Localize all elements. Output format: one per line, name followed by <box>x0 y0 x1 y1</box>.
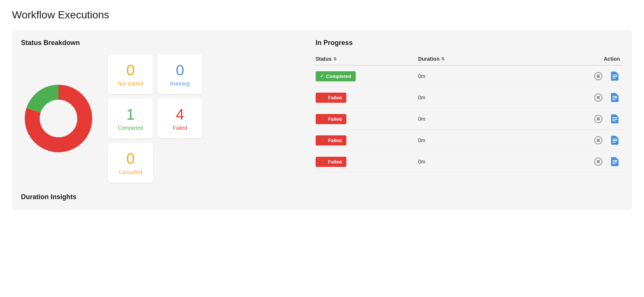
row2-actions <box>521 92 623 103</box>
row3-status-badge: ❗ Failed <box>316 114 347 124</box>
completed-label: Completed <box>117 125 144 131</box>
row2-stop-button[interactable] <box>593 92 604 103</box>
card-failed: 4 Failed <box>157 99 202 138</box>
col-status-sort-icon: ⇅ <box>333 57 337 62</box>
check-icon: ✓ <box>320 74 324 79</box>
card-completed: 1 Completed <box>108 99 153 138</box>
failed-label: Failed <box>166 125 193 131</box>
right-panel: In Progress Status ⇅ Duration ⇅ Action ✓… <box>316 39 623 201</box>
card-running: 0 Running <box>157 54 202 94</box>
col-duration[interactable]: Duration ⇅ <box>418 56 520 62</box>
row3-status-cell: ❗ Failed <box>316 114 418 124</box>
col-action-label: Action <box>604 56 620 62</box>
exclamation-icon: ❗ <box>320 138 326 143</box>
row4-status-badge: ❗ Failed <box>316 135 347 146</box>
row5-duration: 0m <box>418 159 520 165</box>
doc-icon <box>611 72 619 81</box>
cancelled-label: Cancelled <box>117 169 144 175</box>
in-progress-title: In Progress <box>316 39 623 47</box>
running-label: Running <box>166 81 193 87</box>
row2-status-label: Failed <box>328 95 342 100</box>
doc-icon <box>611 157 619 166</box>
row1-actions <box>521 71 623 81</box>
row2-status-cell: ❗ Failed <box>316 93 418 103</box>
table-header: Status ⇅ Duration ⇅ Action <box>316 53 623 66</box>
table-row: ✓ Completed 0m <box>316 66 623 87</box>
status-breakdown-title: Status Breakdown <box>21 39 301 47</box>
row3-duration: 0m <box>418 116 520 122</box>
running-value: 0 <box>166 62 193 78</box>
row2-duration: 0m <box>418 94 520 100</box>
row1-status-cell: ✓ Completed <box>316 71 418 81</box>
stop-icon <box>594 72 602 80</box>
table-row: ❗ Failed 0m <box>316 87 623 108</box>
row1-status-badge: ✓ Completed <box>316 71 356 81</box>
doc-icon <box>611 136 619 145</box>
exclamation-icon: ❗ <box>320 95 326 100</box>
stop-icon <box>594 158 602 166</box>
row4-status-label: Failed <box>328 138 342 143</box>
donut-chart <box>21 81 96 156</box>
doc-icon <box>611 93 619 102</box>
row5-status-cell: ❗ Failed <box>316 157 418 167</box>
col-duration-label: Duration <box>418 56 440 62</box>
cancelled-value: 0 <box>117 150 144 167</box>
left-panel: Status Breakdown 0 Not started <box>21 39 301 201</box>
row2-doc-button[interactable] <box>610 92 620 103</box>
page-title: Workflow Executions <box>12 9 632 21</box>
status-cards: 0 Not started 0 Running 1 Completed 4 Fa… <box>108 54 202 183</box>
exclamation-icon: ❗ <box>320 159 326 164</box>
row4-actions <box>521 135 623 146</box>
row5-status-label: Failed <box>328 159 342 165</box>
card-not-started: 0 Not started <box>108 54 153 94</box>
row1-status-label: Completed <box>326 74 351 79</box>
row3-doc-button[interactable] <box>610 114 620 124</box>
exclamation-icon: ❗ <box>320 116 326 122</box>
row1-stop-button[interactable] <box>593 71 604 81</box>
row3-status-label: Failed <box>328 116 342 122</box>
row5-stop-button[interactable] <box>593 156 604 167</box>
row3-stop-button[interactable] <box>593 114 604 124</box>
duration-insights-title: Duration Insights <box>21 193 301 201</box>
table-row: ❗ Failed 0m <box>316 151 623 172</box>
row5-status-badge: ❗ Failed <box>316 157 347 167</box>
col-status-label: Status <box>316 56 332 62</box>
card-cancelled: 0 Cancelled <box>108 143 153 183</box>
col-duration-sort-icon: ⇅ <box>441 57 445 62</box>
not-started-label: Not started <box>117 81 144 87</box>
table-row: ❗ Failed 0m <box>316 130 623 151</box>
svg-point-2 <box>40 100 77 137</box>
not-started-value: 0 <box>117 62 144 78</box>
col-status[interactable]: Status ⇅ <box>316 56 418 62</box>
row3-actions <box>521 114 623 124</box>
row4-stop-button[interactable] <box>593 135 604 146</box>
row5-actions <box>521 156 623 167</box>
completed-value: 1 <box>117 106 144 123</box>
row4-duration: 0m <box>418 137 520 143</box>
status-breakdown-content: 0 Not started 0 Running 1 Completed 4 Fa… <box>21 54 301 183</box>
row1-duration: 0m <box>418 73 520 79</box>
stop-icon <box>594 136 602 144</box>
row4-doc-button[interactable] <box>610 135 620 146</box>
failed-value: 4 <box>166 106 193 123</box>
main-card: Status Breakdown 0 Not started <box>12 30 632 210</box>
table-row: ❗ Failed 0m <box>316 108 623 130</box>
row2-status-badge: ❗ Failed <box>316 93 347 103</box>
col-action: Action <box>521 56 623 62</box>
row4-status-cell: ❗ Failed <box>316 135 418 146</box>
row5-doc-button[interactable] <box>610 156 620 167</box>
stop-icon <box>594 93 602 102</box>
row1-doc-button[interactable] <box>610 71 620 81</box>
doc-icon <box>611 114 619 123</box>
stop-icon <box>594 115 602 123</box>
